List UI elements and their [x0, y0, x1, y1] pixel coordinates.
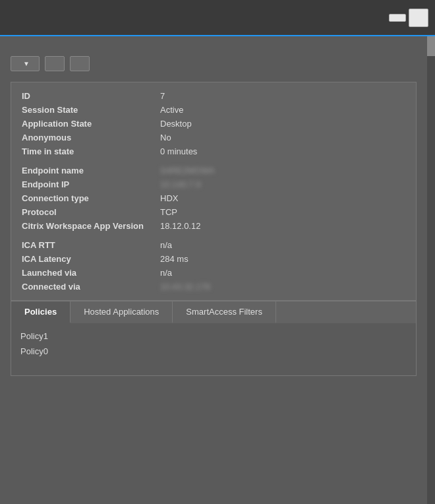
action-buttons: ▼ — [11, 56, 417, 71]
detail-row: ID7 — [22, 89, 405, 103]
detail-row: Citrix Workspace App Version18.12.0.12 — [22, 219, 405, 233]
detail-row: ICA Latency284 ms — [22, 252, 405, 266]
detail-value: 10.43.32.178 — [160, 282, 210, 292]
detail-value: n/a — [160, 240, 172, 250]
tab-policies[interactable]: Policies — [11, 301, 71, 323]
detail-value: 7 — [160, 91, 165, 101]
detail-label: Endpoint IP — [22, 179, 160, 189]
detail-row: Application StateDesktop — [22, 117, 405, 131]
detail-label: ICA RTT — [22, 240, 160, 250]
detail-spacer — [22, 158, 405, 164]
detail-row: Launched vian/a — [22, 266, 405, 280]
detail-spacer — [22, 233, 405, 238]
tab-hosted-apps[interactable]: Hosted Applications — [71, 301, 173, 323]
tabs-bar: PoliciesHosted ApplicationsSmartAccess F… — [11, 301, 417, 323]
list-item: Policy0 — [20, 344, 407, 359]
tab-content: Policy1Policy0 — [11, 323, 417, 376]
detail-label: Citrix Workspace App Version — [22, 221, 160, 231]
detail-row: ProtocolTCP — [22, 205, 405, 219]
detail-value: 10.140.7.9 — [160, 179, 200, 189]
detail-value: HDX — [160, 193, 178, 203]
detail-value: 18.12.0.12 — [160, 221, 200, 231]
scrollbar-thumb[interactable] — [427, 36, 435, 56]
main-content: ▼ ID7Session StateActiveApplication Stat… — [0, 36, 435, 504]
detail-row: Connected via10.43.32.178 — [22, 280, 405, 294]
detail-row: Endpoint IP10.140.7.9 — [22, 177, 405, 191]
detail-value: Desktop — [160, 119, 192, 129]
detail-label: Session State — [22, 105, 160, 115]
detail-label: Application State — [22, 119, 160, 129]
detail-label: Connected via — [22, 282, 160, 292]
detail-value: Active — [160, 105, 183, 115]
detail-value: No — [160, 133, 171, 142]
detail-value: n/a — [160, 268, 172, 278]
refresh-button[interactable] — [409, 9, 428, 27]
detail-row: ICA RTTn/a — [22, 238, 405, 252]
detail-row: Endpoint nameS4RE2MOWA — [22, 164, 405, 177]
detail-label: ICA Latency — [22, 254, 160, 264]
shadow-button[interactable] — [45, 56, 65, 71]
activity-manager-button[interactable] — [389, 14, 406, 22]
detail-label: Protocol — [22, 207, 160, 217]
detail-label: Endpoint name — [22, 166, 160, 175]
detail-label: Anonymous — [22, 133, 160, 142]
detail-label: Connection type — [22, 193, 160, 203]
detail-row: Session StateActive — [22, 103, 405, 117]
detail-row: AnonymousNo — [22, 131, 405, 144]
detail-label: Launched via — [22, 268, 160, 278]
dropdown-arrow-icon: ▼ — [23, 60, 30, 67]
detail-row: Time in state0 minutes — [22, 144, 405, 158]
detail-value: TCP — [160, 207, 177, 217]
detail-value: S4RE2MOWA — [160, 166, 215, 175]
session-panel: ▼ ID7Session StateActiveApplication Stat… — [0, 36, 427, 504]
list-item: Policy1 — [20, 329, 407, 344]
session-control-button[interactable]: ▼ — [11, 56, 40, 71]
details-box: ID7Session StateActiveApplication StateD… — [11, 82, 417, 301]
detail-label: ID — [22, 91, 160, 101]
detail-label: Time in state — [22, 146, 160, 156]
send-message-button[interactable] — [70, 56, 90, 71]
tab-smartaccess[interactable]: SmartAccess Filters — [173, 301, 276, 323]
detail-value: 0 minutes — [160, 146, 197, 156]
scrollbar[interactable] — [427, 36, 435, 504]
detail-row: Connection typeHDX — [22, 191, 405, 205]
detail-value: 284 ms — [160, 254, 188, 264]
top-bar — [0, 0, 435, 36]
